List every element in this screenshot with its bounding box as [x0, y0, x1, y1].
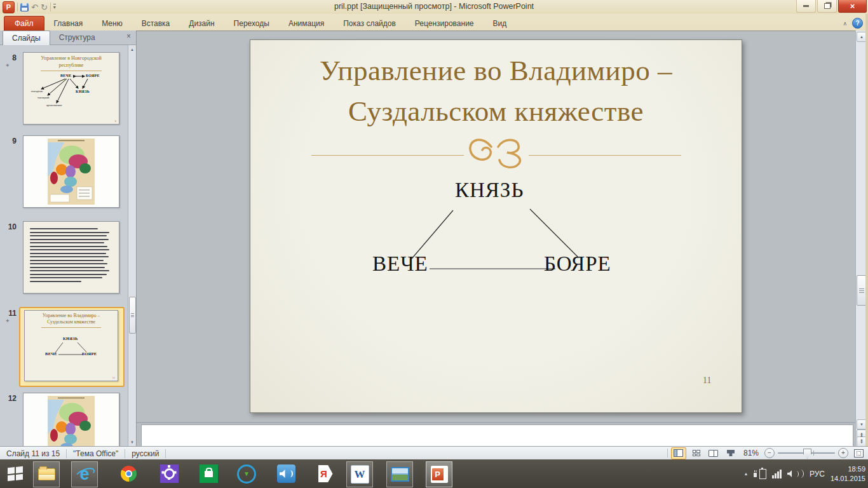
taskbar-powerpoint[interactable]: P [426, 461, 452, 487]
collapse-ribbon-icon[interactable]: ∧ [843, 20, 847, 27]
slideshow-icon [727, 450, 735, 456]
start-button[interactable] [3, 461, 28, 486]
zoom-out-button[interactable]: − [764, 448, 775, 458]
taskbar-yandex[interactable]: Я [313, 461, 338, 486]
update-download-icon: ▼ [237, 464, 256, 484]
folder-icon [38, 468, 55, 480]
undo-icon[interactable]: ↶ [31, 3, 38, 11]
node-posadnik: посадник [31, 90, 43, 93]
minimize-button[interactable] [796, 0, 816, 13]
taskbar-file-explorer[interactable] [33, 461, 60, 487]
tab-review[interactable]: Рецензирование [405, 17, 484, 30]
restore-icon [824, 3, 831, 9]
view-reading-button[interactable] [707, 448, 721, 459]
network-signal-icon[interactable] [772, 470, 782, 478]
ribbon-tab-bar: Файл Главная Меню Вставка Дизайн Переход… [0, 14, 868, 31]
dense-text-lines [30, 228, 112, 284]
fit-to-window-button[interactable] [851, 448, 865, 459]
node-veche: ВЕЧЕ [60, 74, 72, 78]
slide-11-thumbnail[interactable]: Управление во Владимиро – Суздальском кн… [24, 310, 118, 381]
powerpoint-icon: P [431, 466, 448, 483]
map-art [48, 139, 95, 205]
zoom-slider-thumb[interactable] [803, 449, 811, 459]
tab-transitions[interactable]: Переходы [224, 17, 279, 30]
status-right-cluster: 81% − + [667, 447, 865, 459]
diagram-node-boyare[interactable]: БОЯРЕ [544, 252, 611, 276]
node-knyaz: КНЯЗЬ [63, 336, 78, 341]
close-icon: × [850, 2, 855, 10]
chrome-icon [121, 466, 137, 482]
tab-view[interactable]: Вид [484, 17, 517, 30]
taskbar-photo-viewer[interactable] [386, 461, 413, 487]
diagram-node-knyaz[interactable]: КНЯЗЬ [455, 179, 524, 202]
zoom-slider[interactable] [778, 452, 835, 454]
theme-name[interactable]: "Тема Office" [67, 449, 125, 458]
panel-close-icon[interactable]: × [126, 32, 131, 40]
normal-view-icon [674, 449, 683, 457]
clock[interactable]: 18:59 14.01.2015 [831, 464, 865, 483]
slide-canvas[interactable]: Управление во Владимиро – Суздальском кн… [250, 39, 742, 413]
slide-12-thumbnail[interactable] [23, 393, 119, 446]
sound-wave-icon [799, 470, 804, 478]
tray-time: 18:59 [831, 464, 865, 473]
tab-slides[interactable]: Слайды [3, 30, 50, 45]
slide-10-thumbnail[interactable] [23, 221, 119, 294]
language-indicator[interactable]: русский [125, 449, 165, 458]
help-icon[interactable]: ? [852, 18, 863, 29]
word-icon: W [351, 465, 369, 484]
customize-qat-dropdown-icon[interactable]: ▾ [53, 4, 56, 10]
tab-outline[interactable]: Структура [50, 30, 104, 44]
node-tysyatskiy: тысяцкий [37, 96, 49, 99]
node-boyare: БОЯРЕ [82, 351, 97, 356]
view-normal-button[interactable] [671, 447, 686, 459]
node-arkhiepiskop: архиепископ [46, 104, 62, 107]
save-icon[interactable] [20, 3, 29, 11]
restore-button[interactable] [817, 0, 837, 13]
show-hidden-icons[interactable]: ▲ [743, 471, 748, 476]
panel-scrollbar-thumb[interactable] [129, 297, 136, 334]
redo-icon[interactable]: ↻ [41, 3, 48, 11]
diagram-node-veche[interactable]: ВЕЧЕ [372, 252, 428, 276]
tab-insert[interactable]: Вставка [132, 17, 180, 30]
taskbar-updater[interactable]: ▼ [234, 461, 259, 486]
slide-8-thumbnail[interactable]: Управление в Новгородской республике ВЕЧ… [23, 52, 119, 125]
taskbar-word[interactable]: W [346, 461, 373, 487]
view-slideshow-button[interactable] [724, 448, 738, 459]
tab-slideshow[interactable]: Показ слайдов [334, 17, 405, 30]
sound-wave-icon [796, 471, 799, 477]
taskbar-volume-app[interactable] [273, 461, 299, 486]
editor-scrollbar[interactable]: ▲ ▼ ▲ ▲ ▼ ▼ [855, 30, 866, 446]
divider [165, 449, 166, 458]
taskbar-chrome[interactable] [116, 461, 141, 486]
tab-menu[interactable]: Меню [92, 17, 132, 30]
tab-animations[interactable]: Анимация [279, 17, 334, 30]
close-button[interactable]: × [838, 0, 867, 13]
keyboard-language[interactable]: РУС [810, 470, 825, 478]
slide-9-thumbnail[interactable] [23, 135, 119, 208]
slide-sorter-icon [693, 450, 700, 456]
taskbar-store[interactable] [196, 461, 221, 486]
store-icon [200, 464, 218, 483]
powerpoint-app-icon[interactable]: P [3, 1, 15, 13]
tab-design[interactable]: Дизайн [179, 17, 224, 30]
tab-home[interactable]: Главная [44, 17, 93, 30]
zoom-level[interactable]: 81% [743, 449, 759, 458]
notes-splitter[interactable] [137, 422, 855, 423]
notes-pane[interactable] [141, 424, 853, 447]
scroll-down-icon[interactable]: ▼ [128, 438, 136, 446]
animation-star-icon: ✦ [5, 62, 10, 69]
animation-star-icon: ✦ [5, 318, 10, 324]
view-sorter-button[interactable] [689, 448, 703, 459]
panel-scrollbar[interactable]: ▲ ▼ [128, 45, 136, 446]
taskbar-settings[interactable] [156, 461, 182, 486]
minus-icon: − [768, 450, 771, 456]
taskbar-internet-explorer[interactable]: e [71, 461, 98, 487]
window-title: pril.ppt [Защищенный просмотр] - Microso… [0, 2, 868, 11]
scroll-up-icon[interactable]: ▲ [128, 45, 136, 53]
volume-tray[interactable] [787, 470, 804, 478]
tab-file[interactable]: Файл [4, 16, 44, 30]
power-plug-icon[interactable] [754, 473, 757, 477]
battery-icon[interactable] [759, 469, 766, 479]
zoom-in-button[interactable]: + [838, 448, 848, 458]
taskbar: e ▼ Я W P ▲ [0, 459, 868, 488]
